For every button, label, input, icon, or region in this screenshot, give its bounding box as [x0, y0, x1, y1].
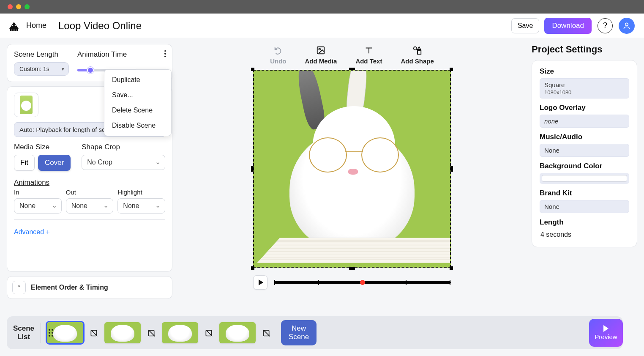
size-label: Size: [540, 67, 629, 76]
menu-delete-scene[interactable]: Delete Scene: [104, 103, 171, 118]
background-color-picker[interactable]: [540, 173, 629, 184]
resize-handle-bl[interactable]: [251, 266, 254, 270]
resize-handle-mr[interactable]: [450, 166, 453, 172]
help-icon: ?: [603, 21, 607, 30]
preview-button[interactable]: Preview: [589, 319, 623, 347]
order-timing-label: Element Order & Timing: [31, 284, 108, 291]
help-button[interactable]: ?: [598, 18, 613, 33]
shapes-icon: [412, 46, 423, 55]
scene-thumb-4[interactable]: [219, 322, 256, 343]
undo-label: Undo: [270, 58, 286, 65]
add-text-label: Add Text: [355, 58, 382, 65]
music-audio-label: Music/Audio: [540, 133, 629, 141]
svg-point-5: [12, 25, 14, 26]
window-minimize-icon[interactable]: [16, 4, 21, 9]
cover-button[interactable]: Cover: [38, 155, 71, 171]
brand-kit-label: Brand Kit: [540, 189, 629, 197]
anim-highlight-select[interactable]: None: [117, 198, 165, 214]
window-titlebar: [0, 0, 644, 14]
scene-thumb-3[interactable]: [162, 322, 198, 343]
resize-handle-tl[interactable]: [251, 68, 254, 71]
svg-point-10: [413, 47, 416, 50]
logo-overlay-select[interactable]: none: [540, 115, 629, 128]
user-icon: [622, 22, 631, 30]
add-shape-label: Add Shape: [401, 58, 434, 65]
svg-rect-11: [418, 51, 421, 54]
window-maximize-icon[interactable]: [25, 4, 30, 9]
resize-handle-ml[interactable]: [251, 166, 254, 172]
add-shape-button[interactable]: Add Shape: [401, 46, 434, 65]
play-icon: [259, 279, 263, 285]
home-link[interactable]: Home: [26, 21, 46, 30]
media-size-label: Media Size: [14, 143, 71, 151]
svg-rect-3: [14, 30, 15, 30]
anim-in-select[interactable]: None: [14, 198, 62, 214]
download-button[interactable]: Download: [544, 18, 592, 34]
svg-point-6: [15, 25, 16, 26]
app-logo-icon: [8, 19, 20, 32]
svg-rect-4: [16, 30, 17, 30]
length-label: Length: [540, 218, 629, 227]
canvas-selection[interactable]: [253, 70, 451, 268]
scene-thumb-2[interactable]: [104, 322, 141, 343]
animations-heading: Animations: [14, 178, 165, 187]
save-button[interactable]: Save: [511, 18, 539, 33]
shape-crop-label: Shape Crop: [82, 143, 165, 151]
undo-icon: [273, 46, 283, 55]
scene-mute-icon-1[interactable]: [89, 328, 98, 337]
scene-context-menu: Duplicate Save... Delete Scene Disable S…: [104, 69, 172, 136]
size-select[interactable]: Square 1080x1080: [540, 78, 629, 99]
length-value: 4 seconds: [540, 229, 629, 240]
fit-button[interactable]: Fit: [14, 155, 35, 171]
advanced-link[interactable]: Advanced +: [14, 228, 165, 236]
scene-thumb-1[interactable]: [47, 322, 83, 343]
scene-mute-icon-2[interactable]: [147, 328, 156, 337]
undo-button[interactable]: Undo: [270, 46, 286, 65]
background-color-label: Background Color: [540, 162, 629, 170]
project-settings-title: Project Settings: [532, 44, 637, 55]
brand-kit-select[interactable]: None: [540, 200, 629, 213]
playback-bar: [253, 275, 451, 290]
canvas-area: Undo Add Media Add Text Add Shape: [177, 44, 527, 299]
drag-handle-icon[interactable]: [49, 329, 53, 337]
logo-overlay-label: Logo Overlay: [540, 104, 629, 112]
add-text-button[interactable]: Add Text: [355, 46, 382, 65]
play-button[interactable]: [253, 275, 267, 290]
svg-point-7: [625, 23, 628, 26]
scene-menu-button[interactable]: [160, 49, 170, 59]
media-thumbnail[interactable]: [14, 93, 38, 117]
resize-handle-bm[interactable]: [349, 267, 355, 270]
music-audio-select[interactable]: None: [540, 144, 629, 157]
order-timing-toggle[interactable]: ⌃: [12, 281, 26, 294]
timeline-track[interactable]: [274, 281, 451, 284]
scene-mute-icon-4[interactable]: [262, 328, 271, 337]
window-close-icon[interactable]: [8, 4, 13, 9]
anim-highlight-label: Highlight: [117, 189, 165, 196]
scene-length-label: Scene Length: [14, 50, 69, 59]
scene-list-bar: Scene List New Scene: [7, 316, 623, 349]
resize-handle-tr[interactable]: [450, 68, 453, 71]
page-title: Loop Video Online: [58, 20, 142, 32]
account-button[interactable]: [619, 18, 635, 34]
image-icon: [316, 46, 325, 55]
anim-out-select[interactable]: None: [66, 198, 114, 214]
menu-duplicate[interactable]: Duplicate: [104, 72, 171, 88]
new-scene-button[interactable]: New Scene: [281, 320, 317, 346]
chevron-up-icon: ⌃: [16, 284, 22, 291]
playhead[interactable]: [360, 280, 365, 285]
resize-handle-tm[interactable]: [349, 68, 355, 70]
anim-out-label: Out: [66, 189, 114, 196]
menu-disable-scene[interactable]: Disable Scene: [104, 118, 171, 133]
slider-thumb[interactable]: [87, 67, 94, 74]
shape-crop-select[interactable]: No Crop: [82, 155, 165, 170]
order-timing-bar: ⌃ Element Order & Timing: [7, 276, 172, 299]
add-media-button[interactable]: Add Media: [305, 46, 337, 65]
scene-length-select[interactable]: Custom: 1s: [14, 62, 69, 76]
resize-handle-br[interactable]: [450, 266, 453, 270]
svg-rect-1: [11, 30, 12, 30]
play-icon: [603, 325, 609, 332]
menu-save[interactable]: Save...: [104, 88, 171, 103]
canvas[interactable]: [253, 70, 451, 268]
svg-point-9: [319, 48, 321, 50]
scene-mute-icon-3[interactable]: [204, 328, 213, 337]
